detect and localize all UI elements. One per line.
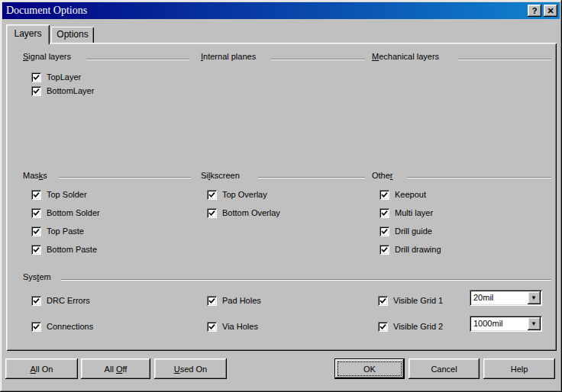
checkbox-bottomlayer[interactable]: [31, 86, 41, 96]
chevron-down-icon: ▼: [531, 320, 537, 327]
tab-layers[interactable]: Layers: [6, 24, 50, 44]
section-title-system: System: [23, 272, 51, 282]
tab-options-label: Options: [57, 29, 88, 40]
section-divider-silkscreen: [258, 177, 365, 178]
dropdown-arrow-button[interactable]: ▼: [528, 317, 541, 330]
visible-grid-2-dropdown[interactable]: 1000mil▼: [470, 316, 542, 332]
section-divider-masks: [59, 177, 191, 178]
ok-button[interactable]: OK: [334, 358, 405, 379]
checkbox-drill-guide[interactable]: [380, 227, 389, 236]
checkbox-label-top-paste: Top Paste: [47, 226, 84, 236]
checkbox-label-drill-drawing: Drill drawing: [395, 244, 441, 255]
section-title-silkscreen: Silkscreen: [201, 171, 240, 181]
tab-options[interactable]: Options: [51, 27, 94, 43]
checkbox-label-keepout: Keepout: [395, 189, 426, 200]
checkbox-keepout[interactable]: [380, 190, 389, 200]
checkbox-multi-layer[interactable]: [380, 208, 389, 218]
section-divider-signal-layers: [86, 59, 189, 60]
visible-grid-1-dropdown[interactable]: 20mil▼: [470, 290, 542, 306]
used-on-button[interactable]: Used On: [154, 358, 227, 379]
checkbox-pad-holes[interactable]: [207, 296, 217, 306]
section-title-internal-planes: Internal planes: [201, 52, 256, 62]
checkbox-drc-errors[interactable]: [31, 296, 41, 306]
section-title-signal-layers: Signal layers: [23, 52, 71, 62]
checkbox-label-drc-errors: DRC Errors: [47, 295, 90, 306]
checkbox-visible-grid-2[interactable]: [378, 322, 388, 332]
titlebar[interactable]: Document Options ? ✕: [2, 2, 560, 19]
checkbox-label-pad-holes: Pad Holes: [222, 295, 261, 306]
checkbox-label-top-solder: Top Solder: [47, 189, 87, 200]
help-button[interactable]: ?: [528, 5, 541, 17]
section-title-mechanical-layers: Mechanical layers: [372, 52, 439, 62]
checkbox-bottom-paste[interactable]: [31, 245, 41, 255]
chevron-down-icon: ▼: [531, 294, 537, 301]
checkbox-label-visible-grid-2: Visible Grid 2: [393, 321, 443, 332]
checkbox-label-bottom-overlay: Bottom Overlay: [222, 207, 280, 218]
section-divider-system: [61, 279, 551, 281]
checkbox-label-bottom-paste: Bottom Paste: [47, 244, 97, 255]
cancel-button[interactable]: Cancel: [409, 358, 480, 379]
checkbox-bottom-overlay[interactable]: [207, 208, 217, 218]
checkbox-label-top-overlay: Top Overlay: [222, 189, 267, 200]
visible-grid-2-dropdown-value: 1000mil: [473, 319, 503, 329]
checkbox-label-visible-grid-1: Visible Grid 1: [393, 295, 443, 306]
checkbox-visible-grid-1[interactable]: [378, 296, 388, 306]
dropdown-arrow-button[interactable]: ▼: [528, 291, 541, 304]
section-divider-mechanical-layers: [458, 59, 551, 60]
checkbox-toplayer[interactable]: [31, 72, 41, 82]
checkbox-connections[interactable]: [31, 322, 41, 332]
checkbox-label-via-holes: Via Holes: [222, 321, 258, 332]
close-button[interactable]: ✕: [544, 5, 557, 17]
checkbox-label-multi-layer: Multi layer: [395, 207, 433, 218]
window-title: Document Options: [6, 2, 87, 19]
all-on-button[interactable]: All On: [5, 358, 78, 379]
checkbox-label-connections: Connections: [47, 321, 93, 332]
checkbox-top-overlay[interactable]: [207, 190, 217, 200]
checkbox-label-toplayer: TopLayer: [47, 72, 81, 82]
visible-grid-1-dropdown-value: 20mil: [473, 293, 493, 303]
checkbox-top-paste[interactable]: [31, 227, 41, 236]
tab-layers-label: Layers: [14, 28, 41, 39]
checkbox-top-solder[interactable]: [31, 190, 41, 200]
help-button-bottom[interactable]: Help: [483, 358, 555, 379]
checkbox-via-holes[interactable]: [207, 322, 217, 332]
document-options-dialog: Document Options ? ✕ Layers Options Sign…: [0, 0, 562, 392]
section-title-other: Other: [372, 171, 393, 181]
checkbox-bottom-solder[interactable]: [31, 208, 41, 218]
section-divider-other: [407, 177, 551, 178]
all-off-button[interactable]: All Off: [81, 358, 150, 379]
checkbox-label-bottom-solder: Bottom Solder: [47, 207, 100, 218]
checkbox-label-drill-guide: Drill guide: [395, 226, 432, 236]
section-divider-internal-planes: [271, 59, 365, 60]
section-title-masks: Masks: [23, 171, 47, 181]
checkbox-drill-drawing[interactable]: [380, 245, 389, 255]
checkbox-label-bottomlayer: BottomLayer: [47, 85, 94, 96]
